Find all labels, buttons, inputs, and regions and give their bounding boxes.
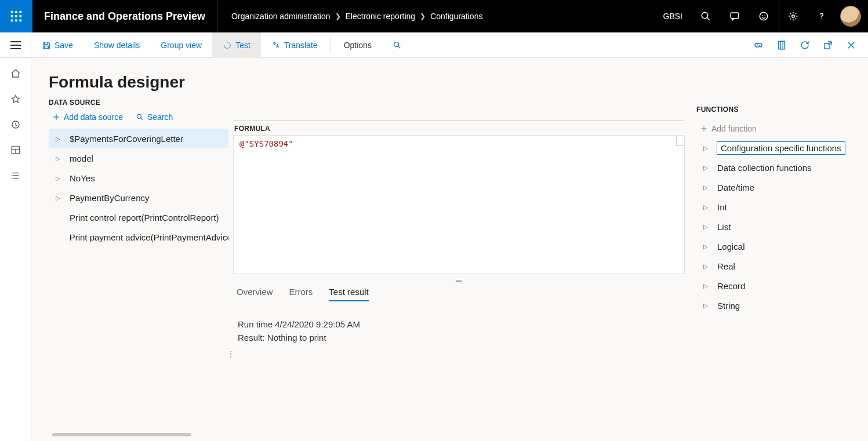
svg-point-9 (702, 12, 708, 19)
show-details-button[interactable]: Show details (83, 32, 150, 58)
left-rail (0, 58, 31, 441)
breadcrumb-item[interactable]: Configurations (430, 12, 482, 21)
save-label: Save (55, 41, 73, 50)
function-category[interactable]: ▷List (696, 217, 868, 236)
chevron-right-icon: ❯ (420, 12, 426, 20)
favorites-button[interactable] (10, 94, 21, 104)
add-datasource-button[interactable]: Add data source (52, 112, 123, 122)
function-category-label: Int (717, 202, 727, 212)
link-icon (753, 40, 764, 50)
function-category[interactable]: ▷String (696, 296, 868, 315)
function-category-label: Real (717, 261, 735, 271)
function-category[interactable]: ▷Data collection functions (696, 158, 868, 177)
svg-point-35 (11, 175, 12, 176)
refresh-button[interactable] (795, 35, 815, 55)
recent-button[interactable] (10, 119, 21, 130)
chevron-right-icon: ▷ (703, 224, 709, 230)
datasource-item-label: Print control report(PrintControlReport) (70, 213, 219, 223)
home-icon (10, 68, 21, 79)
help-icon (816, 11, 827, 21)
datasource-item[interactable]: ▷model (49, 148, 228, 168)
function-category[interactable]: ▷Int (696, 197, 868, 217)
svg-rect-5 (20, 15, 22, 17)
function-category-label: Configuration specific functions (717, 142, 845, 154)
close-button[interactable] (841, 35, 861, 55)
feedback-button[interactable] (750, 0, 778, 32)
chevron-right-icon: ▷ (703, 243, 709, 250)
datasource-section-label: DATA SOURCE (49, 99, 228, 107)
app-launcher-button[interactable] (0, 0, 32, 32)
chevron-right-icon: ▷ (56, 195, 61, 201)
scrollbar[interactable] (676, 136, 684, 146)
chevron-right-icon: ▷ (703, 204, 709, 210)
company-picker[interactable]: GBSI (655, 12, 691, 21)
test-value: Result: Nothing to print (238, 331, 685, 344)
test-button[interactable]: Test (212, 32, 261, 58)
actionbar: Save Show details Group view Test Transl… (0, 32, 868, 58)
tab-errors[interactable]: Errors (289, 287, 313, 301)
horizontal-splitter[interactable]: ═ (233, 274, 685, 287)
function-category-label: String (717, 301, 740, 311)
translate-button[interactable]: Translate (261, 32, 328, 58)
breadcrumb-item[interactable]: Electronic reporting (346, 12, 416, 21)
workspaces-button[interactable] (10, 145, 21, 155)
add-function-button[interactable]: Add function (700, 124, 868, 133)
svg-point-13 (762, 15, 763, 16)
messages-button[interactable] (721, 0, 749, 32)
svg-rect-3 (11, 15, 13, 17)
datasource-item[interactable]: ▷Print control report(PrintControlReport… (49, 207, 228, 227)
attach-button[interactable] (749, 35, 768, 55)
search-button[interactable] (692, 0, 720, 32)
function-category[interactable]: ▷Date/time (696, 177, 868, 197)
breadcrumb-item[interactable]: Organization administration (231, 12, 330, 21)
star-icon (10, 94, 21, 104)
datasource-item[interactable]: ▷$PaymentsForCoveringLetter (49, 129, 228, 148)
center-panel: FORMULA @"SYS70894" ═ Overview Errors Te… (233, 58, 691, 441)
formula-editor[interactable]: @"SYS70894" (233, 135, 685, 274)
datasource-item[interactable]: ▷NoYes (49, 168, 228, 188)
function-category[interactable]: ▷Logical (696, 236, 868, 256)
tab-overview[interactable]: Overview (237, 287, 273, 301)
app-title: Finance and Operations Preview (32, 0, 217, 32)
refresh-icon (800, 40, 810, 50)
formula-section: FORMULA @"SYS70894" (233, 121, 685, 274)
chevron-right-icon: ▷ (56, 155, 61, 162)
datasource-tree: ▷$PaymentsForCoveringLetter ▷model ▷NoYe… (49, 129, 228, 247)
functions-section-label: FUNCTIONS (696, 105, 868, 114)
office-button[interactable] (772, 35, 791, 55)
popout-button[interactable] (818, 35, 838, 55)
svg-rect-0 (11, 11, 13, 13)
svg-point-12 (760, 12, 768, 20)
function-category[interactable]: ▷Real (696, 256, 868, 276)
options-button[interactable]: Options (333, 32, 382, 58)
function-category[interactable]: ▷Configuration specific functions (696, 138, 868, 158)
function-category-label: Date/time (717, 183, 754, 192)
separator (331, 37, 331, 53)
datasource-search-button[interactable]: Search (136, 112, 173, 122)
datasource-actions: Add data source Search (49, 112, 228, 122)
test-label: Test (235, 41, 250, 50)
nav-toggle-button[interactable] (0, 32, 31, 58)
help-button[interactable] (808, 0, 836, 32)
actionbar-search-button[interactable] (382, 32, 412, 58)
home-button[interactable] (10, 68, 21, 79)
save-button[interactable]: Save (31, 32, 83, 58)
functions-panel: FUNCTIONS Add function ▷Configuration sp… (691, 58, 868, 441)
main: Formula designer DATA SOURCE Add data so… (31, 58, 868, 441)
svg-point-36 (11, 178, 12, 179)
modules-button[interactable] (10, 170, 21, 181)
group-view-button[interactable]: Group view (150, 32, 212, 58)
tab-test-result[interactable]: Test result (329, 287, 368, 301)
list-icon (10, 170, 21, 181)
avatar[interactable] (840, 6, 861, 27)
vertical-splitter[interactable]: ⋮ (228, 267, 233, 441)
datasource-item[interactable]: ▷PaymentByCurrency (49, 188, 228, 207)
result-tabs: Overview Errors Test result (233, 287, 685, 301)
close-icon (846, 40, 856, 50)
topbar: Finance and Operations Preview Organizat… (0, 0, 868, 32)
settings-button[interactable] (779, 0, 807, 32)
formula-label: FORMULA (233, 121, 685, 135)
horizontal-scrollbar[interactable] (52, 433, 191, 436)
datasource-item[interactable]: ▷Print payment advice(PrintPaymentAdvice… (49, 227, 228, 247)
function-category[interactable]: ▷Record (696, 276, 868, 296)
